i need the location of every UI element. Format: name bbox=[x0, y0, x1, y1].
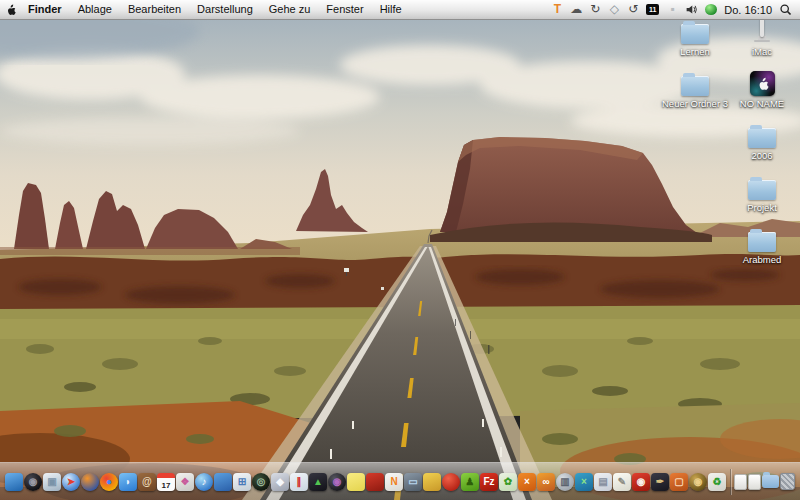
dock-red-book-app-icon[interactable] bbox=[366, 473, 384, 491]
dock-preview-icon[interactable]: ▣ bbox=[43, 473, 61, 491]
dock-trash-icon[interactable] bbox=[780, 473, 795, 490]
menu-ablage[interactable]: Ablage bbox=[70, 0, 120, 19]
menu-bearbeiten[interactable]: Bearbeiten bbox=[120, 0, 189, 19]
desktop-icon-label: NO NAME bbox=[727, 98, 797, 109]
dock-safari-icon[interactable]: ➤ bbox=[62, 473, 80, 491]
menu-darstellung[interactable]: Darstellung bbox=[189, 0, 261, 19]
dock-sync-app-icon[interactable]: ♻ bbox=[708, 473, 726, 491]
desktop-icon-projekt[interactable]: Projekt bbox=[727, 172, 797, 213]
volume-icon[interactable] bbox=[685, 3, 698, 16]
airport-diamond-icon[interactable]: ◇ bbox=[608, 0, 620, 19]
sync-arrows-icon[interactable]: ↻ bbox=[589, 0, 601, 19]
dock-dvd-player-icon[interactable]: ◎ bbox=[252, 473, 270, 491]
dock-pushpin-app-icon[interactable]: ◉ bbox=[632, 473, 650, 491]
status-icons: T☁↻◇↺11▪ bbox=[551, 0, 717, 19]
folder-icon bbox=[660, 68, 730, 96]
cloud-sync-icon[interactable]: ☁ bbox=[570, 0, 582, 19]
time-machine-icon[interactable]: ↺ bbox=[627, 0, 639, 19]
desktop-icon-imac[interactable]: iMac bbox=[727, 16, 797, 57]
bluetooth-icon[interactable]: ▪ bbox=[666, 0, 678, 19]
folder-icon bbox=[660, 16, 730, 44]
desktop-icon-neuer-ordner-3[interactable]: Neuer Ordner 3 bbox=[660, 68, 730, 109]
desktop-icon-2006[interactable]: 2006 bbox=[727, 120, 797, 161]
menu-bar-status-area: T☁↻◇↺11▪ Do. 16:10 bbox=[551, 0, 800, 19]
desktop-icon-label: Projekt bbox=[727, 202, 797, 213]
apple-menu-icon[interactable] bbox=[0, 2, 20, 17]
desktop-icon-label: Neuer Ordner 3 bbox=[660, 98, 730, 109]
desktop-icon-label: Arabmed bbox=[727, 254, 797, 265]
desktop-icon-label: iMac bbox=[727, 46, 797, 57]
dock-grid-app-icon[interactable]: ⊞ bbox=[233, 473, 251, 491]
dock-gem-app-icon[interactable]: ◆ bbox=[271, 473, 289, 491]
dock-folder-stack-icon[interactable] bbox=[762, 475, 779, 488]
dock-blue-app-icon[interactable] bbox=[214, 473, 232, 491]
dock-firefox-icon[interactable] bbox=[81, 473, 99, 491]
dock-stickies-icon[interactable] bbox=[347, 473, 365, 491]
desktop-icon-label: 2006 bbox=[727, 150, 797, 161]
desktop-icon-lernen[interactable]: Lernen bbox=[660, 16, 730, 57]
dock-coda-icon[interactable]: ✿ bbox=[499, 473, 517, 491]
dock-iphoto-icon[interactable]: ❖ bbox=[176, 473, 194, 491]
dock-bank-app-icon[interactable]: ▥ bbox=[556, 473, 574, 491]
dock-cards-app-icon[interactable]: ▤ bbox=[594, 473, 612, 491]
dock-ical-icon[interactable]: 17 bbox=[157, 473, 175, 491]
menu-items: FinderAblageBearbeitenDarstellungGehe zu… bbox=[20, 0, 410, 19]
desktop-icon-arabmed[interactable]: Arabmed bbox=[727, 224, 797, 265]
dock-dashboard-icon[interactable]: ◉ bbox=[24, 473, 42, 491]
dock-gold-dial-app-icon[interactable]: ◉ bbox=[689, 473, 707, 491]
menu-bar-clock[interactable]: Do. 16:10 bbox=[724, 4, 772, 16]
folder-icon bbox=[727, 224, 797, 252]
dock-camera-screen-app-icon[interactable]: ▢ bbox=[670, 473, 688, 491]
spotlight-icon[interactable] bbox=[779, 3, 792, 16]
dock-neooffice-icon[interactable]: N bbox=[385, 473, 403, 491]
dock-document-stack-2-icon[interactable] bbox=[748, 474, 761, 490]
menu-finder[interactable]: Finder bbox=[20, 0, 70, 19]
black-apple-drive-icon bbox=[727, 68, 797, 96]
desktop-icon-no-name[interactable]: NO NAME bbox=[727, 68, 797, 109]
dock-parallels-icon[interactable]: ∥ bbox=[290, 473, 308, 491]
folder-icon bbox=[727, 172, 797, 200]
computer-icon bbox=[727, 16, 797, 44]
dock-camera-lens-app-icon[interactable]: ◉ bbox=[328, 473, 346, 491]
menu-fenster[interactable]: Fenster bbox=[318, 0, 371, 19]
menu-gehe-zu[interactable]: Gehe zu bbox=[261, 0, 319, 19]
textexpander-icon[interactable]: T bbox=[551, 0, 563, 19]
dock-red-ball-app-icon[interactable] bbox=[442, 473, 460, 491]
dock-filezilla-icon[interactable]: Fz bbox=[480, 473, 498, 491]
keyboard-layout-icon[interactable]: 11 bbox=[646, 4, 659, 15]
dock-divider-icon bbox=[730, 469, 731, 495]
dock-ink-pen-app-icon[interactable]: ✒ bbox=[651, 473, 669, 491]
dock-finder-icon[interactable] bbox=[5, 473, 23, 491]
desktop-icon-label: Lernen bbox=[660, 46, 730, 57]
dock-itunes-icon[interactable]: ♪ bbox=[195, 473, 213, 491]
dock-chrome-icon[interactable]: ● bbox=[100, 473, 118, 491]
dock-prism-app-icon[interactable]: ▲ bbox=[309, 473, 327, 491]
dock-orange-x-app-icon[interactable]: × bbox=[518, 473, 536, 491]
dock-green-pawn-app-icon[interactable]: ♟ bbox=[461, 473, 479, 491]
desktop-screen: FinderAblageBearbeitenDarstellungGehe zu… bbox=[0, 0, 800, 500]
dock-tools-x-app-icon[interactable]: × bbox=[575, 473, 593, 491]
dock-comic-app-icon[interactable] bbox=[423, 473, 441, 491]
dock-address-book-icon[interactable]: @ bbox=[138, 473, 156, 491]
dock-textedit-icon[interactable]: ✎ bbox=[613, 473, 631, 491]
dock-ichat-icon[interactable]: ◗ bbox=[119, 473, 137, 491]
dock-butterfly-app-icon[interactable]: ∞ bbox=[537, 473, 555, 491]
menu-hilfe[interactable]: Hilfe bbox=[372, 0, 410, 19]
menu-bar: FinderAblageBearbeitenDarstellungGehe zu… bbox=[0, 0, 800, 20]
dock-display-app-icon[interactable]: ▭ bbox=[404, 473, 422, 491]
dock: ◉▣➤●◗@17❖♪⊞◎◆∥▲◉N▭♟Fz✿×∞▥×▤✎◉✒▢◉♻ bbox=[0, 462, 800, 500]
folder-icon bbox=[727, 120, 797, 148]
network-status-icon[interactable] bbox=[705, 4, 717, 15]
dock-document-stack-1-icon[interactable] bbox=[734, 474, 747, 490]
